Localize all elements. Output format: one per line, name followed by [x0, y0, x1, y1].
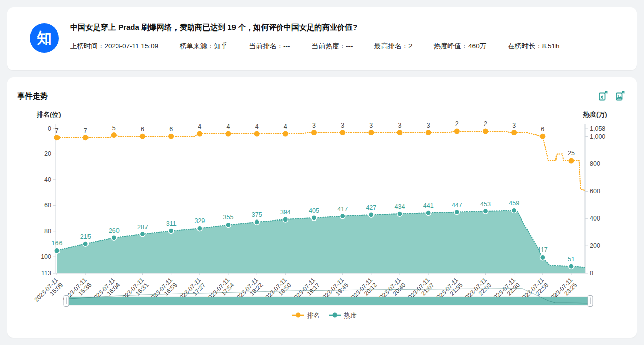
svg-text:200: 200 [590, 242, 600, 249]
export-icons [598, 90, 626, 102]
svg-text:4: 4 [284, 123, 287, 130]
rank-point[interactable] [83, 135, 89, 140]
heat-point[interactable] [311, 215, 316, 221]
rank-point[interactable] [283, 131, 288, 137]
rank-series [57, 131, 585, 190]
svg-text:260: 260 [109, 227, 120, 234]
svg-text:215: 215 [80, 233, 91, 240]
svg-text:4: 4 [227, 123, 230, 130]
heat-point[interactable] [254, 219, 259, 225]
svg-text:1,000: 1,000 [590, 133, 605, 140]
svg-text:6: 6 [169, 126, 173, 133]
svg-text:427: 427 [366, 204, 376, 211]
svg-text:2023-07-1115:09: 2023-07-1115:09 [33, 276, 64, 308]
svg-text:311: 311 [166, 220, 177, 227]
rank-point[interactable] [111, 132, 117, 138]
event-trend-card: 事件走势 0204060801001131,0581,0008006004002… [7, 77, 637, 338]
svg-text:166: 166 [52, 240, 63, 247]
svg-text:600: 600 [590, 187, 600, 195]
svg-text:0: 0 [48, 125, 51, 132]
meta-peak-heat: 热度峰值：460万 [434, 42, 487, 51]
svg-text:25: 25 [568, 150, 575, 157]
heat-point[interactable] [283, 217, 288, 222]
heat-point[interactable] [511, 208, 516, 213]
svg-text:4: 4 [198, 123, 201, 130]
svg-text:329: 329 [194, 217, 205, 225]
svg-text:100: 100 [41, 253, 51, 260]
svg-text:800: 800 [590, 160, 600, 167]
rank-point[interactable] [511, 130, 517, 135]
svg-text:热度(万): 热度(万) [582, 111, 607, 118]
svg-text:5: 5 [112, 124, 116, 132]
rank-point[interactable] [311, 130, 317, 135]
rank-point[interactable] [426, 130, 431, 135]
rank-point[interactable] [54, 135, 60, 140]
event-meta-row: 上榜时间：2023-07-11 15:09 榜单来源：知乎 当前排名：--- 当… [70, 42, 622, 51]
rank-point[interactable] [397, 130, 403, 135]
heat-point[interactable] [83, 241, 88, 246]
svg-text:434: 434 [395, 203, 405, 210]
svg-text:0: 0 [590, 270, 593, 277]
svg-text:6: 6 [541, 126, 544, 133]
section-title: 事件走势 [17, 91, 48, 101]
heat-series [57, 210, 585, 273]
heat-point[interactable] [226, 222, 231, 227]
rank-point[interactable] [368, 130, 374, 135]
rank-point[interactable] [569, 158, 574, 164]
heat-point[interactable] [54, 248, 60, 253]
legend-heat[interactable]: 热度 [329, 312, 357, 319]
heat-point[interactable] [426, 210, 431, 215]
svg-text:排名(位): 排名(位) [36, 111, 61, 118]
export-excel-icon[interactable] [598, 90, 609, 102]
rank-point[interactable] [226, 131, 231, 137]
svg-text:405: 405 [309, 207, 319, 214]
svg-text:394: 394 [280, 209, 291, 216]
svg-text:3: 3 [398, 122, 402, 129]
svg-text:113: 113 [41, 270, 51, 277]
svg-text:排名: 排名 [307, 312, 320, 319]
export-image-icon[interactable] [614, 90, 626, 102]
heat-point[interactable] [397, 211, 402, 216]
svg-text:3: 3 [369, 122, 373, 129]
event-trend-chart[interactable]: 0204060801001131,0581,0008006004002000排名… [7, 107, 637, 334]
svg-text:7: 7 [55, 127, 59, 134]
heat-point[interactable] [197, 226, 202, 231]
event-header-card: 知 中国女足穿上 Prada 刷爆网络，赞助商已达到 19 个，如何评价中国女足… [7, 7, 637, 70]
rank-point[interactable] [540, 134, 545, 139]
svg-text:417: 417 [337, 206, 348, 213]
heat-point[interactable] [454, 209, 459, 214]
rank-point[interactable] [340, 130, 345, 135]
rank-point[interactable] [197, 131, 202, 137]
event-title: 中国女足穿上 Prada 刷爆网络，赞助商已达到 19 个，如何评价中国女足的商… [70, 22, 622, 33]
svg-text:20: 20 [44, 150, 51, 158]
heat-point[interactable] [111, 235, 116, 240]
legend-rank[interactable]: 排名 [292, 312, 320, 319]
meta-best-rank: 最高排名：2 [374, 42, 413, 51]
rank-point[interactable] [168, 134, 174, 139]
meta-listed-time: 上榜时间：2023-07-11 15:09 [70, 42, 158, 51]
rank-point[interactable] [254, 131, 260, 137]
svg-text:3: 3 [341, 122, 344, 129]
trend-card-head: 事件走势 [7, 77, 637, 103]
svg-text:400: 400 [590, 215, 600, 222]
heat-point[interactable] [340, 213, 345, 218]
heat-point[interactable] [168, 228, 173, 233]
svg-text:447: 447 [452, 202, 462, 209]
svg-text:459: 459 [509, 200, 519, 207]
rank-point[interactable] [140, 134, 145, 139]
heat-point[interactable] [540, 255, 545, 260]
heat-point[interactable] [483, 209, 488, 214]
svg-text:6: 6 [141, 126, 144, 133]
meta-current-rank: 当前排名：--- [249, 42, 290, 51]
svg-text:3: 3 [427, 122, 430, 129]
heat-point[interactable] [569, 264, 574, 269]
heat-point[interactable] [369, 212, 374, 217]
rank-point[interactable] [454, 129, 460, 134]
svg-text:453: 453 [480, 201, 491, 208]
svg-text:80: 80 [44, 228, 51, 235]
svg-text:375: 375 [252, 211, 262, 218]
heat-point[interactable] [140, 231, 145, 236]
rank-point[interactable] [483, 129, 488, 134]
zhihu-logo-icon: 知 [30, 23, 59, 53]
svg-text:441: 441 [423, 202, 434, 209]
